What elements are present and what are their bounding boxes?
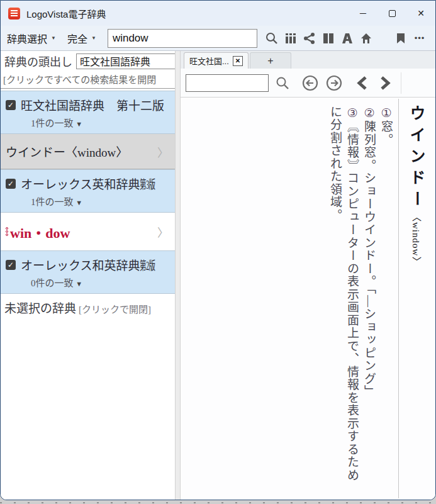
main-toolbar: 辞典選択 ▼ 完全 ▼ bbox=[1, 26, 435, 51]
bookmark-icon bbox=[394, 32, 407, 45]
bookmark-button[interactable] bbox=[391, 29, 410, 48]
library-books-icon bbox=[284, 31, 298, 45]
more-button[interactable]: ••• bbox=[410, 29, 429, 48]
match-count-row[interactable]: 0件の一致 ▼ bbox=[1, 274, 175, 293]
definition-3: ③〘情報〙コンピューターの表示画面上で、情報を表示するために分割された領域。 bbox=[327, 106, 361, 493]
in-page-search-button[interactable] bbox=[275, 76, 290, 91]
window-title: LogoVista電子辞典 bbox=[26, 7, 106, 20]
unselected-dictionaries-toggle[interactable]: 未選択の辞典 [クリックで開閉] bbox=[1, 294, 175, 320]
home-button[interactable] bbox=[357, 29, 376, 48]
search-button[interactable] bbox=[262, 29, 281, 48]
toolbar-separator bbox=[401, 72, 401, 94]
previous-entry-button[interactable] bbox=[355, 76, 371, 91]
in-page-search-input[interactable] bbox=[186, 74, 269, 92]
minimize-button[interactable]: ─ bbox=[349, 1, 377, 26]
match-mode-label: 完全 bbox=[67, 31, 87, 46]
collapse-arrow-icon: ▼ bbox=[75, 120, 82, 128]
dictionary-title: オーレックス英和辞典 bbox=[21, 175, 140, 192]
entry-headword-reading: 〈window〉 bbox=[411, 212, 421, 266]
circle-arrow-left-icon bbox=[301, 74, 319, 92]
toggle-all-results-hint[interactable]: [クリックですべての検索結果を開閉 bbox=[1, 71, 175, 89]
font-icon bbox=[340, 31, 354, 45]
results-sidebar: 辞典の頭出し 旺文社国語辞典 [クリックですべての検索結果を開閉 ✓ 旺文社国語… bbox=[1, 51, 175, 500]
chevron-right-icon: 〉 bbox=[157, 143, 169, 160]
circle-arrow-right-icon bbox=[325, 74, 343, 92]
desktop-edge bbox=[0, 500, 436, 503]
dictionary-edition: 第3版 bbox=[140, 175, 155, 192]
collapse-arrow-icon: ▼ bbox=[75, 199, 82, 206]
dictionary-select-label: 辞典選択 bbox=[7, 31, 47, 46]
definition-2: ②陳列窓。ショーウインドー。「―ショッピング」 bbox=[361, 106, 377, 493]
app-logo-icon bbox=[8, 8, 20, 20]
library-button[interactable] bbox=[281, 29, 300, 48]
cue-label: 辞典の頭出し bbox=[4, 53, 72, 69]
history-back-button[interactable] bbox=[301, 74, 319, 92]
share-button[interactable] bbox=[300, 29, 319, 48]
match-count-row[interactable]: 1件の一致 ▼ bbox=[1, 193, 175, 212]
dictionary-group-kokugo[interactable]: ✓ 旺文社国語辞典 第十二版 1件の一致 ▼ bbox=[1, 91, 175, 134]
app-window: LogoVista電子辞典 ─ ✕ 辞典選択 ▼ 完全 ▼ bbox=[0, 0, 436, 500]
split-view-button[interactable] bbox=[319, 29, 338, 48]
entry-content: ①窓。 ②陳列窓。ショーウインドー。「―ショッピング」 ③〘情報〙コンピューター… bbox=[181, 98, 435, 500]
chevron-right-icon: 〉 bbox=[157, 223, 169, 240]
share-icon bbox=[303, 31, 316, 45]
tab-close-button[interactable]: ✕ bbox=[233, 56, 243, 66]
match-mode-dropdown[interactable]: 完全 ▼ bbox=[67, 31, 96, 46]
definition-1: ①窓。 bbox=[377, 106, 394, 493]
match-count-row[interactable]: 1件の一致 ▼ bbox=[1, 115, 175, 133]
dictionary-select-dropdown[interactable]: 辞典選択 ▼ bbox=[7, 31, 56, 46]
viewer-toolbar bbox=[181, 69, 435, 98]
panel-divider[interactable] bbox=[175, 51, 181, 500]
viewer-panel: 旺文社国... ✕ + bbox=[181, 51, 435, 500]
entry-headword: ウインドー bbox=[408, 105, 425, 212]
search-input[interactable] bbox=[108, 29, 257, 48]
dictionary-group-eiwa[interactable]: ✓ オーレックス英和辞典 第3版 1件の一致 ▼ bbox=[1, 169, 175, 213]
font-settings-button[interactable] bbox=[338, 29, 357, 48]
maximize-icon bbox=[389, 10, 396, 17]
search-icon bbox=[275, 76, 290, 91]
dictionary-edition: 第2版 bbox=[140, 256, 155, 273]
close-button[interactable]: ✕ bbox=[406, 1, 435, 26]
title-bar: LogoVista電子辞典 ─ ✕ bbox=[1, 1, 435, 26]
headword-column: ウインドー〈window〉 bbox=[399, 98, 433, 500]
history-forward-button[interactable] bbox=[325, 74, 343, 92]
dictionary-title: オーレックス和英辞典 bbox=[21, 256, 140, 273]
window-controls: ─ ✕ bbox=[349, 1, 435, 26]
collapse-arrow-icon: ▼ bbox=[75, 280, 82, 288]
viewer-tab-bar: 旺文社国... ✕ + bbox=[181, 51, 435, 69]
new-tab-button[interactable]: + bbox=[250, 52, 291, 69]
chevron-left-icon bbox=[355, 76, 371, 91]
checkbox-checked-icon[interactable]: ✓ bbox=[6, 100, 16, 110]
chevron-down-icon: ▼ bbox=[91, 35, 96, 41]
checkbox-checked-icon[interactable]: ✓ bbox=[6, 260, 16, 270]
more-icon: ••• bbox=[415, 33, 425, 43]
dictionary-cue-combobox[interactable]: 旺文社国語辞典 bbox=[76, 53, 175, 69]
next-entry-button[interactable] bbox=[377, 76, 392, 91]
definition-text: ①窓。 ②陳列窓。ショーウインドー。「―ショッピング」 ③〘情報〙コンピューター… bbox=[181, 98, 398, 500]
split-view-icon bbox=[321, 31, 335, 45]
result-item-window-en[interactable]: win・dow 〉 bbox=[1, 213, 175, 250]
frequency-marker-icon bbox=[6, 227, 8, 236]
dictionary-title: 旺文社国語辞典 第十二版 bbox=[21, 96, 164, 113]
checkbox-checked-icon[interactable]: ✓ bbox=[6, 179, 16, 189]
home-icon bbox=[359, 31, 373, 45]
search-icon bbox=[265, 31, 279, 45]
sidebar-header: 辞典の頭出し 旺文社国語辞典 bbox=[1, 51, 175, 71]
chevron-down-icon: ▼ bbox=[51, 35, 56, 41]
tab-kokugo[interactable]: 旺文社国... ✕ bbox=[184, 52, 249, 69]
maximize-button[interactable] bbox=[377, 1, 406, 26]
result-item-windo[interactable]: ウインドー〈window〉 〉 bbox=[1, 134, 175, 169]
chevron-right-icon bbox=[377, 76, 392, 91]
dictionary-group-waei[interactable]: ✓ オーレックス和英辞典 第2版 0件の一致 ▼ bbox=[1, 250, 175, 294]
